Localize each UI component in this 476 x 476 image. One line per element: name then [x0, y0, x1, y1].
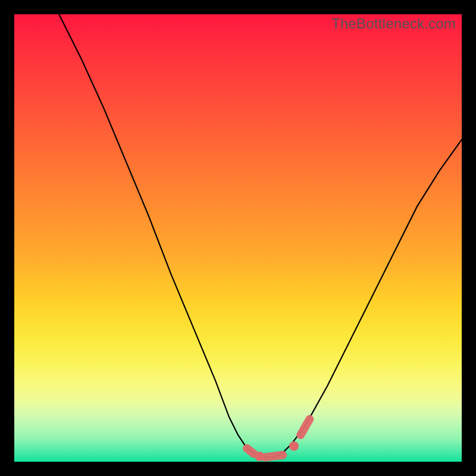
marker-group	[247, 419, 309, 461]
outer-frame: TheBottleneck.com	[0, 0, 476, 476]
bottleneck-curve	[59, 14, 462, 458]
curve-marker-dot	[289, 441, 299, 451]
curve-marker-segment	[247, 448, 253, 453]
plot-area: TheBottleneck.com	[14, 14, 462, 462]
curve-marker-segment	[300, 419, 309, 435]
curve-marker-segment	[265, 455, 283, 458]
curve-layer	[14, 14, 462, 462]
